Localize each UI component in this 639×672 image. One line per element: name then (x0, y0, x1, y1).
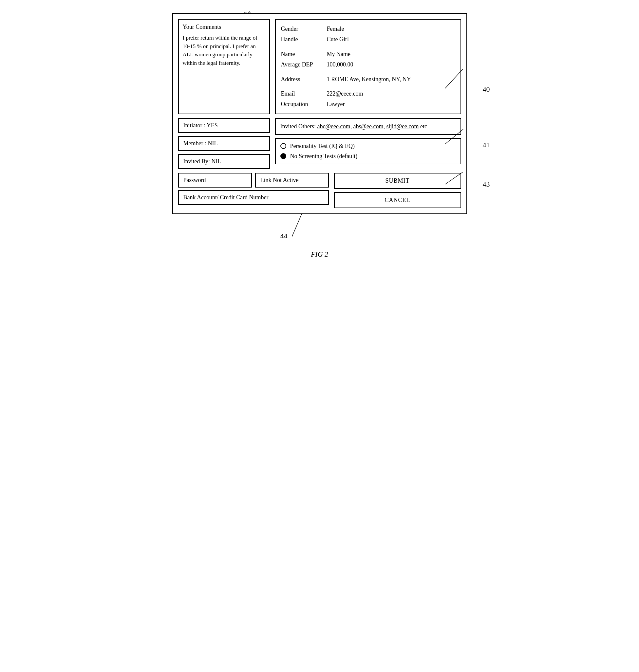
annotation-43: 43 (483, 180, 490, 189)
bottom-right: SUBMIT CANCEL (334, 173, 461, 208)
link-not-active-label: Link Not Active (260, 177, 299, 183)
avg-dep-row: Average DEP 100,000.00 (281, 59, 455, 70)
submit-button[interactable]: SUBMIT (334, 173, 461, 189)
bottom-row: Password Link Not Active Bank Account/ C… (178, 173, 461, 208)
address-value: 1 ROME Ave, Kensington, NY, NY (327, 74, 455, 84)
avg-dep-value: 100,000.00 (327, 59, 455, 70)
bottom-left: Password Link Not Active Bank Account/ C… (178, 173, 329, 205)
invited-email-2[interactable]: abs@ee.com (354, 123, 384, 130)
invited-suffix: etc (419, 123, 427, 130)
annotation-41: 41 (483, 141, 490, 149)
radio-empty-icon[interactable] (280, 143, 286, 149)
initiator-box: Initiator : YES (178, 118, 270, 133)
email-row: Email 222@eeee.com (281, 89, 455, 99)
name-row: Name My Name (281, 49, 455, 59)
right-col: Invited Others: abc@eee.com, abs@ee.com,… (275, 118, 461, 169)
left-col: Initiator : YES Member : NIL Invited By:… (178, 118, 270, 169)
avg-dep-label: Average DEP (281, 59, 327, 70)
name-value: My Name (327, 49, 455, 59)
annotation-40: 40 (483, 85, 490, 94)
profile-box: Gender Female Handle Cute Girl Name My N… (275, 19, 461, 114)
svg-line-1 (445, 69, 463, 89)
top-row: Your Comments I prefer return within the… (178, 19, 461, 114)
comma2: , (384, 123, 387, 130)
arrow-44 (292, 212, 318, 239)
invited-email-1[interactable]: abc@eee.com (317, 123, 350, 130)
member-box: Member : NIL (178, 136, 270, 151)
password-row: Password Link Not Active (178, 173, 329, 188)
email-label: Email (281, 89, 327, 99)
comma1: , (350, 123, 354, 130)
screening-box: Personality Test (IQ & EQ) No Screening … (275, 138, 461, 164)
main-container: Your Comments I prefer return within the… (172, 13, 467, 214)
invited-email-3[interactable]: sijid@ee.com (387, 123, 419, 130)
screening-option-2-label: No Screening Tests (default) (290, 153, 358, 160)
screening-option-1-label: Personality Test (IQ & EQ) (290, 143, 355, 149)
handle-row: Handle Cute Girl (281, 34, 455, 45)
occupation-value: Lawyer (327, 99, 455, 109)
handle-label: Handle (281, 34, 327, 45)
invited-by-box: Invited By: NIL (178, 154, 270, 169)
cancel-button[interactable]: CANCEL (334, 192, 461, 208)
member-label: Member : NIL (183, 140, 218, 147)
arrow-40 (443, 69, 466, 95)
invited-others-prefix: Invited Others: (280, 123, 317, 130)
comments-box: Your Comments I prefer return within the… (178, 19, 270, 114)
comments-text: I prefer return within the range of 10-1… (183, 34, 265, 67)
gender-label: Gender (281, 23, 327, 34)
screening-option-2[interactable]: No Screening Tests (default) (280, 153, 456, 160)
bank-account-label: Bank Account/ Credit Card Number (183, 194, 268, 201)
svg-line-2 (445, 129, 463, 144)
handle-value: Cute Girl (327, 34, 455, 45)
password-label: Password (183, 177, 206, 183)
radio-filled-icon[interactable] (280, 153, 286, 159)
initiator-label: Initiator : YES (183, 122, 218, 129)
invited-by-label: Invited By: NIL (183, 158, 221, 165)
address-label: Address (281, 74, 327, 84)
occupation-label: Occupation (281, 99, 327, 109)
screening-option-1[interactable]: Personality Test (IQ & EQ) (280, 143, 456, 149)
fig-caption: FIG 2 (311, 250, 328, 259)
middle-row: Initiator : YES Member : NIL Invited By:… (178, 118, 461, 169)
occupation-row: Occupation Lawyer (281, 99, 455, 109)
name-label: Name (281, 49, 327, 59)
email-value: 222@eeee.com (327, 89, 455, 99)
bank-account-box[interactable]: Bank Account/ Credit Card Number (178, 190, 329, 205)
arrow-41 (443, 129, 466, 147)
address-row: Address 1 ROME Ave, Kensington, NY, NY (281, 74, 455, 84)
gender-row: Gender Female (281, 23, 455, 34)
svg-line-4 (292, 214, 302, 237)
invited-others-box: Invited Others: abc@eee.com, abs@ee.com,… (275, 118, 461, 135)
svg-line-3 (445, 172, 463, 184)
annotation-44: 44 (280, 232, 287, 240)
password-input[interactable]: Password (178, 173, 252, 188)
link-not-active-box: Link Not Active (255, 173, 329, 188)
gender-value: Female (327, 23, 455, 34)
comments-title: Your Comments (183, 23, 265, 30)
arrow-43 (443, 172, 466, 187)
